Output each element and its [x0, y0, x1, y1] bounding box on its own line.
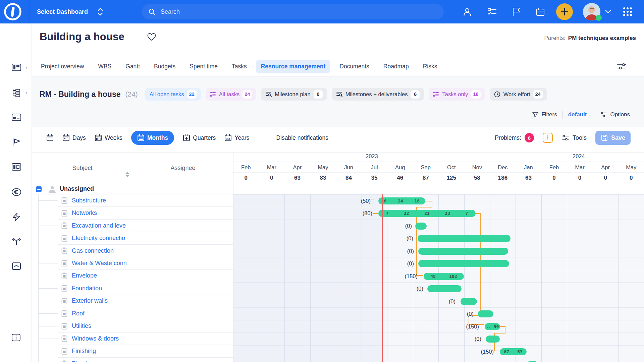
quick-actions-icon[interactable]	[11, 212, 21, 222]
task-link[interactable]: Envelope	[72, 272, 97, 279]
task-link[interactable]: Excavation and leve	[72, 222, 126, 229]
info-icon[interactable]	[11, 334, 21, 342]
task-link[interactable]: Foundation	[72, 285, 102, 292]
task-link[interactable]: Networks	[72, 209, 97, 217]
tab-wbs[interactable]: WBS	[93, 60, 116, 73]
gantt-bar[interactable]	[486, 336, 500, 343]
gantt-bar[interactable]	[418, 248, 508, 255]
assignee-cell[interactable]	[133, 295, 233, 307]
task-link[interactable]: Finishing	[72, 348, 96, 355]
assignee-cell[interactable]	[133, 307, 233, 320]
flag-icon[interactable]	[512, 0, 521, 23]
tabs-settings-icon[interactable]	[616, 62, 627, 71]
task-link[interactable]: Electricity connectio	[72, 235, 125, 242]
wbs-expand-chevron[interactable]: ›	[25, 89, 27, 95]
gantt-bar[interactable]	[527, 361, 537, 362]
assignee-cell[interactable]	[133, 207, 233, 219]
scale-quarters-button[interactable]: Quarters	[183, 131, 216, 145]
chip-all-open-tasks[interactable]: All open tasks 22	[145, 88, 201, 101]
user-icon[interactable]	[463, 0, 472, 23]
tab-gantt[interactable]: Gantt	[121, 60, 145, 73]
chip-milestones-deliverables[interactable]: Milestones + deliverables 6	[332, 88, 424, 101]
filter-default-link[interactable]: default	[568, 111, 587, 118]
column-header-assignee[interactable]: Assignee	[133, 153, 233, 184]
assignee-cell[interactable]	[133, 257, 233, 269]
assignee-cell[interactable]	[133, 270, 233, 282]
assignee-cell[interactable]	[133, 220, 233, 232]
assignee-cell[interactable]	[133, 245, 233, 257]
collapse-group-button[interactable]	[36, 186, 42, 192]
column-header-subject[interactable]: Subject	[32, 153, 133, 184]
gantt-bar[interactable]	[478, 310, 493, 317]
scale-weeks-button[interactable]: Weeks	[95, 131, 122, 145]
tab-risks[interactable]: Risks	[418, 60, 442, 73]
calendar-scale-icon[interactable]	[46, 131, 54, 145]
task-link[interactable]: Gas connection	[72, 247, 114, 254]
task-link[interactable]: Water & Waste conn	[72, 260, 127, 267]
favorite-heart-icon[interactable]	[147, 33, 156, 41]
apps-grid-icon[interactable]	[623, 0, 633, 23]
add-button[interactable]	[556, 3, 573, 20]
scale-years-button[interactable]: 365 Years	[224, 131, 249, 145]
assignee-cell[interactable]	[133, 333, 233, 345]
assignee-cell[interactable]	[133, 320, 233, 333]
gantt-bar[interactable]: 87 63	[500, 348, 527, 355]
gantt-bar[interactable]	[461, 298, 477, 305]
problems-count-badge[interactable]: 6	[525, 133, 534, 142]
task-link[interactable]: Roof	[72, 310, 85, 317]
tab-spent-time[interactable]: Spent time	[185, 60, 222, 73]
gantt-bar[interactable]	[418, 235, 511, 242]
filters-button[interactable]: Filters	[532, 111, 557, 118]
modules-expand-chevron[interactable]: ›	[25, 64, 27, 70]
gantt-bar[interactable]: 8 24 18	[378, 197, 425, 204]
task-link[interactable]: Utilities	[72, 322, 91, 329]
scale-days-button[interactable]: Days	[62, 131, 86, 145]
save-button[interactable]: Save	[595, 131, 631, 145]
tab-resource-management[interactable]: Resource management	[256, 60, 330, 73]
select-dashboard-button[interactable]: Select Dashboard	[37, 0, 103, 23]
wbs-tree-icon[interactable]	[11, 88, 21, 98]
task-link[interactable]: Flooring	[72, 360, 94, 362]
board-icon[interactable]	[11, 113, 21, 121]
gantt-bar[interactable]	[427, 285, 462, 292]
chip-milestone-plan[interactable]: Milestone plan 0	[261, 88, 327, 101]
chip-tasks-only[interactable]: Tasks only 18	[429, 88, 485, 101]
scale-months-button[interactable]: Months	[131, 131, 174, 145]
tools-button[interactable]: Tools	[561, 134, 587, 141]
assignee-cell[interactable]	[133, 345, 233, 357]
tab-documents[interactable]: Documents	[335, 60, 374, 73]
sort-arrows[interactable]	[125, 172, 129, 177]
gantt-bar[interactable]: .. 99	[485, 323, 500, 330]
parents-link[interactable]: PM techniques examples	[568, 35, 636, 41]
chip-work-effort[interactable]: Work effort 24	[490, 88, 547, 101]
assignee-cell[interactable]	[133, 282, 233, 295]
avatar-chevron-down-icon[interactable]	[605, 0, 611, 23]
calendar-icon[interactable]	[536, 0, 545, 23]
task-link[interactable]: Windows & doors	[72, 335, 119, 342]
assignee-cell[interactable]	[133, 232, 233, 244]
gantt-bar[interactable]: 48 102	[424, 273, 464, 280]
info-warning-icon[interactable]: i	[543, 133, 553, 143]
gantt-bar[interactable]	[418, 260, 509, 267]
search-bar[interactable]	[142, 4, 444, 19]
assignee-cell[interactable]	[133, 358, 233, 362]
assignee-cell[interactable]	[133, 194, 233, 207]
tab-budgets[interactable]: Budgets	[149, 60, 180, 73]
archive-up-icon[interactable]	[11, 262, 21, 270]
milestone-flag-icon[interactable]	[11, 137, 21, 147]
task-link[interactable]: Substructure	[72, 197, 106, 204]
workflow-split-icon[interactable]	[11, 237, 21, 246]
app-logo-icon[interactable]	[3, 2, 22, 21]
tab-project-overview[interactable]: Project overview	[36, 60, 89, 73]
checklist-icon[interactable]	[487, 0, 497, 23]
modules-icon[interactable]	[11, 63, 21, 72]
search-input[interactable]	[161, 8, 422, 15]
gantt-bar[interactable]	[415, 223, 427, 230]
tab-roadmap[interactable]: Roadmap	[379, 60, 414, 73]
task-link[interactable]: Exterior walls	[72, 297, 108, 304]
gantt-bar[interactable]: 7 22 21 23 7	[378, 210, 476, 217]
resource-panel-icon[interactable]	[11, 163, 21, 171]
options-button[interactable]: Options	[600, 111, 630, 118]
budget-euro-icon[interactable]	[11, 187, 21, 197]
disable-notifications-link[interactable]: Disable notifications	[276, 134, 328, 141]
